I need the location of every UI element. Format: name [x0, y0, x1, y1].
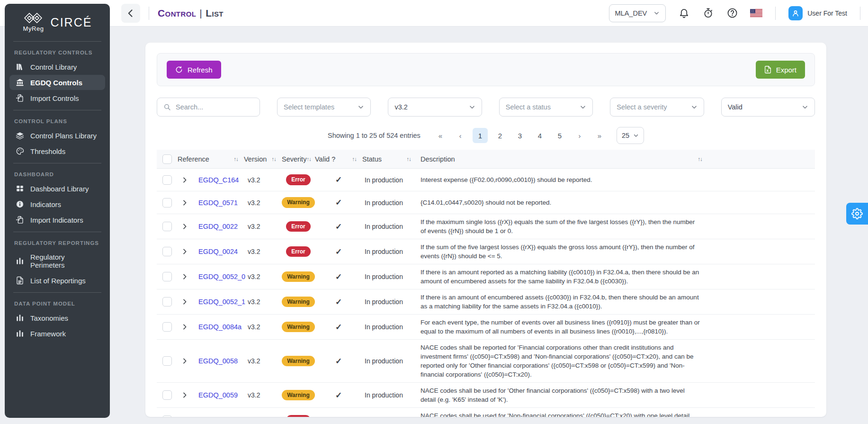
file-import-icon: [16, 94, 24, 102]
sidebar-section-title: DASHBOARD: [5, 168, 110, 180]
expand-row-icon[interactable]: [178, 354, 192, 368]
expand-row-icon[interactable]: [178, 219, 192, 234]
expand-row-icon[interactable]: [178, 244, 192, 259]
severity-badge: Error: [286, 415, 310, 417]
row-checkbox[interactable]: [162, 198, 172, 207]
user-menu[interactable]: User For Test: [788, 6, 847, 20]
search-input[interactable]: [176, 103, 253, 111]
last-page-button[interactable]: »: [592, 128, 607, 143]
expand-row-icon[interactable]: [178, 196, 192, 210]
chevron-down-icon: [802, 104, 808, 110]
environment-select[interactable]: MLA_DEV: [609, 4, 666, 22]
refresh-button[interactable]: Refresh: [167, 61, 221, 79]
sidebar-item-egdq-controls[interactable]: EGDQ Controls: [9, 75, 105, 90]
page-buttons: 12345: [473, 128, 567, 143]
search-field[interactable]: [157, 98, 260, 117]
table-row: EGDQ_0058 v3.2 Warning ✓ In production N…: [157, 340, 815, 383]
valid-check-icon: ✓: [315, 269, 362, 285]
column-header-status: Status: [362, 155, 382, 163]
first-page-button[interactable]: «: [433, 128, 448, 143]
column-header-valid: Valid ?: [315, 155, 335, 163]
reference-link[interactable]: EGDQ_C164: [198, 176, 239, 184]
reference-link[interactable]: EGDQ_0060: [198, 416, 238, 417]
sort-icon[interactable]: ↑↓: [306, 156, 311, 162]
version-cell: v3.2: [244, 270, 282, 284]
expand-row-icon[interactable]: [178, 413, 192, 417]
sort-icon[interactable]: ↑↓: [698, 156, 703, 162]
page-1-button[interactable]: 1: [473, 128, 488, 143]
chevron-down-icon: [653, 10, 660, 16]
column-header-description: Description: [421, 155, 455, 163]
expand-row-icon[interactable]: [178, 320, 192, 334]
sidebar-item-control-library[interactable]: Control Library: [9, 59, 105, 74]
reference-link[interactable]: EGDQ_0059: [198, 391, 238, 399]
column-header-reference: Reference: [178, 155, 209, 163]
expand-row-icon[interactable]: [178, 270, 192, 284]
sidebar-item-label: Taxonomies: [30, 314, 68, 322]
row-checkbox[interactable]: [162, 222, 172, 231]
sidebar-item-indicators[interactable]: Indicators: [9, 197, 105, 212]
bar-chart-icon: [16, 314, 24, 322]
row-checkbox[interactable]: [162, 175, 172, 185]
select-all-checkbox[interactable]: [162, 154, 172, 164]
sidebar-item-control-plans-library[interactable]: Control Plans Library: [9, 128, 105, 143]
reference-link[interactable]: EGDQ_0024: [198, 248, 238, 255]
page-3-button[interactable]: 3: [512, 128, 528, 143]
reference-link[interactable]: EGDQ_0052_0: [198, 273, 245, 280]
expand-row-icon[interactable]: [178, 173, 192, 187]
page-2-button[interactable]: 2: [492, 128, 508, 143]
version-cell: v3.2: [244, 320, 282, 334]
app-name: CIRCÉ: [51, 16, 92, 29]
expand-row-icon[interactable]: [178, 388, 192, 402]
row-checkbox[interactable]: [162, 247, 172, 256]
sidebar-item-regulatory-perimeters[interactable]: Regulatory Perimeters: [9, 250, 105, 272]
row-checkbox[interactable]: [162, 322, 172, 332]
status-cell: In production: [362, 320, 417, 334]
bank-icon: [16, 78, 24, 87]
sort-icon[interactable]: ↑↓: [272, 156, 277, 162]
severity-badge: Warning: [282, 322, 315, 332]
row-checkbox[interactable]: [162, 297, 172, 307]
bell-icon[interactable]: [678, 7, 690, 19]
valid-select[interactable]: Valid: [721, 98, 815, 117]
page-4-button[interactable]: 4: [532, 128, 547, 143]
sidebar-item-import-indicators[interactable]: Import Indicators: [9, 212, 105, 227]
sidebar-item-taxonomies[interactable]: Taxonomies: [9, 310, 105, 325]
templates-select[interactable]: Select templates: [277, 98, 371, 117]
severity-select[interactable]: Select a severity: [610, 98, 704, 117]
settings-fab-button[interactable]: [846, 203, 868, 225]
reference-link[interactable]: EGDQ_0084a: [198, 323, 242, 331]
reference-link[interactable]: EGDQ_0052_1: [198, 298, 245, 306]
reference-link[interactable]: EGDQ_0058: [198, 357, 238, 365]
topbar-divider: [149, 7, 149, 20]
status-cell: In production: [362, 270, 417, 284]
sort-icon[interactable]: ↑↓: [407, 156, 412, 162]
reference-link[interactable]: EGDQ_0022: [198, 223, 238, 230]
stopwatch-icon[interactable]: [702, 7, 714, 19]
status-select[interactable]: Select a status: [499, 98, 593, 117]
row-checkbox[interactable]: [162, 390, 172, 400]
version-select[interactable]: v3.2: [388, 98, 482, 117]
sidebar-item-list-of-reportings[interactable]: List of Reportings: [9, 273, 105, 288]
expand-row-icon[interactable]: [178, 295, 192, 309]
sidebar-item-framework[interactable]: Framework: [9, 326, 105, 341]
reference-link[interactable]: EGDQ_0571: [198, 199, 238, 207]
help-icon[interactable]: [726, 7, 738, 19]
export-button[interactable]: Export: [756, 61, 805, 79]
back-button[interactable]: [121, 4, 140, 23]
page-size-select[interactable]: 25: [617, 127, 644, 144]
brand[interactable]: MyReg CIRCÉ: [5, 9, 110, 37]
page-5-button[interactable]: 5: [552, 128, 567, 143]
prev-page-button[interactable]: ‹: [453, 128, 468, 143]
row-checkbox[interactable]: [162, 415, 172, 417]
row-checkbox[interactable]: [162, 356, 172, 366]
us-flag-icon[interactable]: [750, 7, 762, 19]
next-page-button[interactable]: ›: [572, 128, 587, 143]
row-checkbox[interactable]: [162, 272, 172, 281]
sidebar-item-import-controls[interactable]: Import Controls: [9, 90, 105, 106]
sidebar-item-dashboard-library[interactable]: Dashboard Library: [9, 181, 105, 196]
sort-icon[interactable]: ↑↓: [352, 156, 357, 162]
sidebar-item-thresholds[interactable]: Thresholds: [9, 144, 105, 159]
sort-icon[interactable]: ↑↓: [234, 156, 239, 162]
chevron-down-icon: [691, 104, 698, 110]
